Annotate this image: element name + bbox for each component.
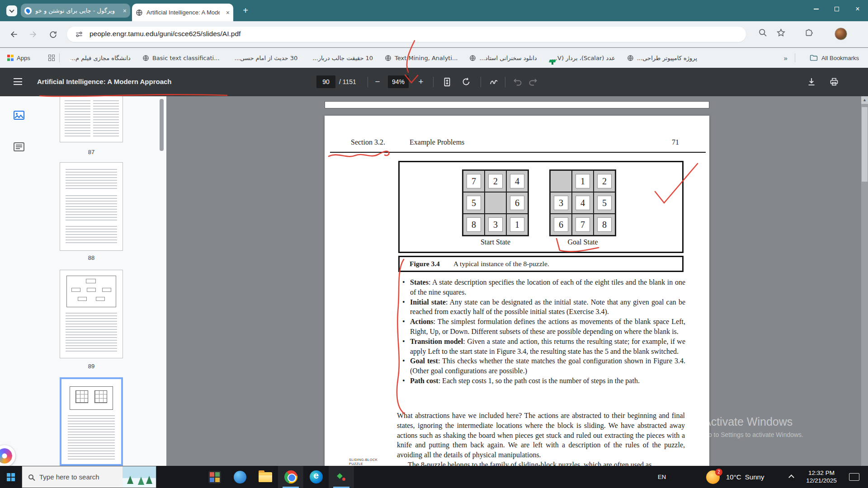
window-maximize-button[interactable] [826,0,847,18]
puzzle-tile-5: 5 [594,192,615,214]
bookmark-star-icon[interactable] [776,28,786,38]
thumbnail-page-88[interactable] [60,162,123,251]
thumbnail-page-90-selected[interactable] [60,377,123,466]
outline-view-icon[interactable] [14,142,24,151]
paragraph: What abstractions have we included here?… [397,411,685,460]
bookmark-item[interactable]: 10 حقیقت جالب دربار... [309,55,373,61]
thumbnail-label: 89 [60,363,123,370]
zoom-in-button[interactable]: + [415,76,427,88]
url-text[interactable]: people.engr.tamu.edu/guni/csce625/slides… [90,30,241,38]
forward-button[interactable] [27,28,39,40]
bookmarks-right: » All Bookmarks [784,53,868,62]
page-number-input[interactable]: 90 [316,75,335,88]
new-tab-button[interactable]: + [240,5,251,17]
taskbar-chrome[interactable] [278,466,303,488]
taskbar-clock[interactable]: 12:32 PM 12/21/2025 [798,466,844,488]
date: 12/21/2025 [798,477,844,484]
activate-windows-watermark: Activate Windows Go to Settings to activ… [703,415,803,438]
thumbnail-page-87[interactable] [60,96,123,142]
taskbar-app-dev[interactable] [329,466,354,488]
extensions-puzzle-icon[interactable] [804,28,814,38]
apps-shortcut[interactable]: Apps [7,55,30,61]
taskbar-search-box[interactable]: Type here to search [22,466,156,488]
print-button[interactable] [828,76,840,88]
back-button[interactable] [8,28,20,40]
fit-to-page-button[interactable] [441,76,453,88]
time: 12:32 PM [798,469,844,477]
pdf-page: Section 3.2. Example Problems 71 7245683… [325,116,709,466]
puzzle-tile-3: 3 [550,192,572,214]
redo-button[interactable] [527,76,539,88]
blue-app-icon [234,471,246,483]
zoom-level-input[interactable]: 94% [388,75,409,88]
search-highlight-image[interactable] [123,466,156,488]
zoom-indicator-icon[interactable] [758,28,768,38]
bookmark-label: 30 حدیث از امام حسی... [235,55,298,61]
bookmark-label: پروژه کامپیوتر طراحی... [637,55,697,61]
reload-button[interactable] [47,28,59,40]
window-close-button[interactable]: × [847,0,868,18]
figure-caption-box: Figure 3.4 A typical instance of the 8-p… [398,256,684,272]
close-tab-icon[interactable]: × [226,9,230,16]
taskbar-file-explorer[interactable] [253,466,278,488]
site-info-icon[interactable] [75,30,83,38]
search-icon [28,474,33,479]
bookmark-label: 10 حقیقت جالب دربار... [312,55,373,61]
action-center-icon[interactable] [849,473,859,481]
sidebar-scrollbar-thumb[interactable] [160,99,164,151]
all-bookmarks-button[interactable]: All Bookmarks [810,54,859,61]
bookmark-item[interactable]: دانشگاه مجازی فیلم م... [67,55,131,61]
pdf-more-menu[interactable] [849,76,861,88]
close-tab-icon[interactable]: × [123,8,127,14]
main-scrollbar[interactable]: ▲ [861,96,868,466]
bookmark-item[interactable]: Basic text classificati... [142,55,220,61]
tab-virgool[interactable]: ویرگول - جایی برای نوشتن و خواند × [21,4,130,18]
reading-list-icon[interactable] [48,55,55,61]
puzzle-tile-3: 3 [485,214,506,235]
window-minimize-button[interactable] [806,0,826,18]
puzzle-tile-7: 7 [572,214,594,235]
pdf-sidebar: 87 88 89 [0,96,166,466]
avatar [835,28,847,40]
zoom-out-button[interactable]: − [372,76,383,88]
start-button[interactable] [0,466,22,488]
bookmark-item[interactable]: عدد (Scalar)، بردار (V... [549,55,615,61]
annotate-pen-button[interactable] [488,76,500,88]
weather-widget[interactable]: 2 10°C Sunny [706,466,764,488]
bullet-item: Transition model: Given a state and acti… [401,337,685,357]
dev-app-icon [335,471,348,483]
download-button[interactable] [806,76,817,88]
bullet-item: Path cost: Each step costs 1, so the pat… [401,376,685,386]
bullet-text: : This checks whether the state matches … [410,357,685,375]
omnibox[interactable]: people.engr.tamu.edu/guni/csce625/slides… [67,27,746,42]
globe-icon [142,55,149,61]
profile-avatar[interactable] [835,28,847,40]
thumbnail-view-icon[interactable] [14,111,24,120]
apps-grid-icon [7,55,14,61]
bookmarks-items: دانشگاه مجازی فیلم م...Basic text classi… [67,55,709,61]
bookmark-item[interactable]: Text Mining, Analyti... [385,55,458,61]
tray-chevron-up-icon[interactable] [788,474,794,480]
chevron-down-icon [9,8,14,13]
bookmark-item[interactable]: دانلود سخنرانی استاد... [469,55,537,61]
bookmarks-bar: Apps دانشگاه مجازی فیلم م...Basic text c… [0,48,868,68]
pdf-menu-button[interactable] [14,78,22,85]
language-indicator[interactable]: EN [654,466,670,488]
tab-ai-pdf[interactable]: Artificial Intelligence: A Modern × [132,4,233,21]
scrollbar-up-arrow[interactable]: ▲ [861,96,868,104]
taskbar-app-blue[interactable] [227,466,253,488]
tab-search-button[interactable] [6,5,17,16]
mini-puzzle [94,390,107,403]
taskbar-app-photos[interactable] [202,466,227,488]
scrollbar-thumb[interactable] [862,107,868,182]
undo-button[interactable] [512,76,524,88]
taskbar-edge[interactable] [303,466,329,488]
thumbnail-page-89[interactable] [60,270,123,358]
running-header: Example Problems [410,138,464,146]
tab-title: ویرگول - جایی برای نوشتن و خواند [35,7,115,14]
bookmark-item[interactable]: پروژه کامپیوتر طراحی... [627,55,697,61]
rotate-button[interactable] [460,76,472,88]
bookmark-item[interactable]: 30 حدیث از امام حسی... [231,55,298,61]
puzzle-tile-8: 8 [594,214,615,235]
bookmarks-overflow-chevron[interactable]: » [784,54,788,62]
